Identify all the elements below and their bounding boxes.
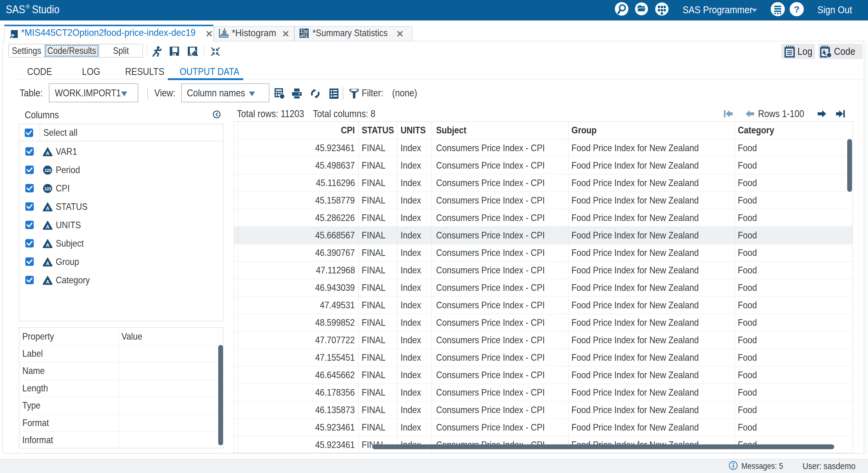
- svg-text:A: A: [46, 261, 50, 266]
- svg-text:?: ?: [794, 4, 799, 14]
- svg-text:α: α: [305, 29, 308, 34]
- svg-text:123: 123: [44, 168, 51, 173]
- svg-text:A: A: [46, 151, 50, 156]
- svg-text:σ: σ: [300, 33, 304, 38]
- svg-text:A: A: [46, 279, 50, 284]
- svg-text:x: x: [305, 33, 308, 38]
- svg-text:A: A: [46, 206, 50, 211]
- svg-text:A: A: [46, 243, 50, 248]
- svg-text:123: 123: [44, 187, 51, 191]
- svg-text:A: A: [46, 224, 50, 229]
